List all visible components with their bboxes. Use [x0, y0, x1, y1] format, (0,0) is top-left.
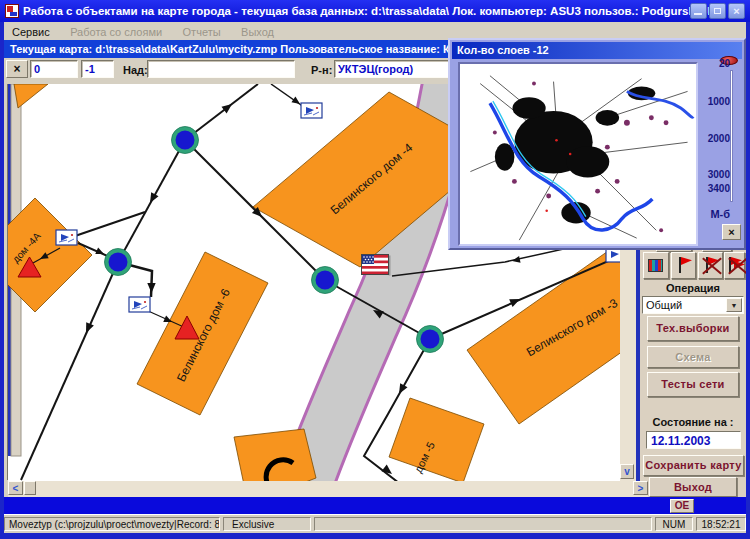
- city-map-thumbnail: [460, 64, 696, 244]
- oe-button[interactable]: ОЕ: [670, 499, 694, 513]
- red-flag-crossed-icon: [699, 253, 722, 278]
- nad-input[interactable]: [147, 60, 295, 78]
- app-window: Работа с объектами на карте города - тек…: [0, 0, 750, 539]
- status-mode: Exclusive: [223, 517, 311, 531]
- double-flag-crossed-icon: [725, 253, 744, 278]
- object-flag-icon[interactable]: [301, 103, 322, 118]
- node-marker[interactable]: [105, 249, 132, 276]
- operation-value: Общий: [646, 299, 682, 311]
- title-bar[interactable]: Работа с объектами на карте города - тек…: [0, 0, 750, 22]
- node-marker[interactable]: [312, 267, 339, 294]
- status-empty: [314, 517, 652, 531]
- scroll-left-icon[interactable]: <: [8, 481, 23, 495]
- rn-input[interactable]: [334, 60, 451, 78]
- layers-close-button[interactable]: ×: [722, 224, 741, 240]
- operation-label: Операция: [640, 282, 746, 294]
- scale-tick: 3000: [690, 169, 730, 180]
- flag-button[interactable]: [671, 252, 696, 279]
- menu-exit: Выход: [233, 24, 282, 38]
- node-marker[interactable]: [417, 326, 444, 353]
- chart-icon: [648, 259, 663, 272]
- flags-off-button[interactable]: [724, 252, 745, 279]
- clear-button[interactable]: ×: [6, 60, 28, 78]
- tech-selections-button[interactable]: Тех.выборки: [647, 316, 739, 341]
- map-horizontal-scrollbar[interactable]: < >: [8, 481, 648, 497]
- us-flag-icon[interactable]: [362, 255, 391, 276]
- object-flag-icon[interactable]: [129, 297, 150, 312]
- window-frame-bottom: [0, 533, 750, 539]
- window-title: Работа с объектами на карте города - тек…: [23, 5, 715, 17]
- building-dom5[interactable]: [389, 398, 484, 481]
- window-frame-left: [0, 22, 4, 539]
- rn-label: Р-н:: [311, 64, 332, 76]
- flag-off-button[interactable]: [698, 252, 723, 279]
- chevron-down-icon[interactable]: ▼: [726, 298, 742, 312]
- scale-slider-track[interactable]: [730, 70, 733, 202]
- city-overview-thumbnail[interactable]: [458, 62, 698, 246]
- schema-button: Схема: [647, 346, 739, 368]
- status-bar: Moveztyp (c:\projzulu\proect\movezty|Rec…: [4, 514, 746, 533]
- status-clock: 18:52:21: [696, 517, 746, 531]
- exit-button[interactable]: Выход: [649, 477, 737, 497]
- status-record: Moveztyp (c:\projzulu\proect\movezty|Rec…: [4, 517, 220, 531]
- scale-tick: 3400: [690, 183, 730, 194]
- menu-servis[interactable]: Сервис: [4, 24, 58, 38]
- menu-reports: Отчеты: [175, 24, 229, 38]
- save-map-button[interactable]: Сохранить карту: [643, 455, 744, 476]
- app-icon: [5, 4, 19, 18]
- status-num-lock: NUM: [655, 517, 693, 531]
- layers-window-title[interactable]: Кол-во слоев -12: [452, 42, 742, 59]
- nad-label: Над:: [123, 64, 148, 76]
- scale-tick: 20: [690, 58, 730, 69]
- restore-button[interactable]: [709, 3, 726, 19]
- scroll-down-icon[interactable]: v: [620, 464, 634, 479]
- menu-layers: Работа со слоями: [62, 24, 170, 38]
- scroll-right-icon[interactable]: >: [633, 481, 648, 495]
- state-date-field[interactable]: 12.11.2003: [646, 431, 741, 449]
- scale-tick: 1000: [690, 96, 730, 107]
- window-frame-right: [746, 22, 750, 539]
- building-fragment-bottom[interactable]: [234, 429, 316, 481]
- state-date-label: Состояние на :: [640, 416, 746, 428]
- h-scroll-thumb[interactable]: [24, 481, 36, 495]
- object-flag-icon[interactable]: [56, 230, 77, 245]
- coord-y-input[interactable]: [81, 60, 114, 78]
- legend-button[interactable]: [643, 252, 669, 279]
- scale-tick: 2000: [690, 133, 730, 144]
- red-flag-icon: [672, 253, 695, 278]
- coord-x-input[interactable]: [30, 60, 78, 78]
- network-tests-button[interactable]: Тесты сети: [647, 372, 739, 397]
- scale-units-label: М-б: [710, 208, 730, 220]
- minimize-button[interactable]: [690, 3, 707, 19]
- thumbnail-river-branch: [627, 91, 694, 117]
- node-marker[interactable]: [172, 127, 199, 154]
- close-button[interactable]: ×: [728, 3, 745, 19]
- bottom-blue-bar: [4, 497, 746, 514]
- building-fragment[interactable]: [14, 84, 48, 108]
- operation-select[interactable]: Общий ▼: [642, 296, 744, 314]
- layers-window[interactable]: Кол-во слоев -12: [448, 38, 746, 250]
